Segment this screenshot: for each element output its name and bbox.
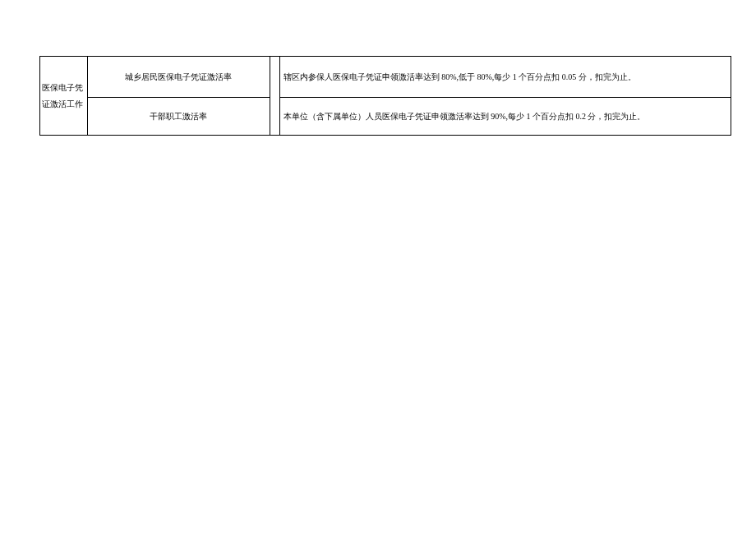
indicator-cell: 干部职工激活率 xyxy=(87,98,270,136)
category-cell: 医保电子凭证激活工作 xyxy=(40,57,88,136)
table-row: 干部职工激活率 本单位（含下属单位）人员医保电子凭证申领激活率达到 90%,每少… xyxy=(40,98,731,136)
description-cell: 辖区内参保人医保电子凭证申领激活率达到 80%,低于 80%,每少 1 个百分点… xyxy=(279,57,731,98)
assessment-table: 医保电子凭证激活工作 城乡居民医保电子凭证激活率 辖区内参保人医保电子凭证申领激… xyxy=(39,56,731,136)
description-cell: 本单位（含下属单位）人员医保电子凭证申领激活率达到 90%,每少 1 个百分点扣… xyxy=(279,98,731,136)
empty-cell xyxy=(270,57,279,136)
table-row: 医保电子凭证激活工作 城乡居民医保电子凭证激活率 辖区内参保人医保电子凭证申领激… xyxy=(40,57,731,98)
indicator-cell: 城乡居民医保电子凭证激活率 xyxy=(87,57,270,98)
table: 医保电子凭证激活工作 城乡居民医保电子凭证激活率 辖区内参保人医保电子凭证申领激… xyxy=(39,56,731,136)
